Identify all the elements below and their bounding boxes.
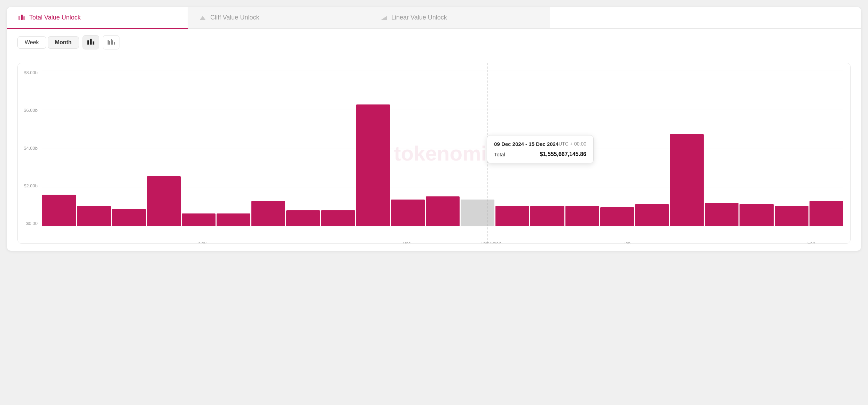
bar-1[interactable] — [42, 195, 76, 226]
y-label-8b: $8.00b — [24, 70, 38, 75]
x-label-dec: Dec — [402, 241, 410, 244]
bar-13[interactable] — [461, 200, 494, 226]
linear-value-unlock-icon — [380, 14, 388, 22]
week-button[interactable]: Week — [17, 36, 46, 49]
grouped-chart-icon — [107, 38, 115, 45]
x-label-thisweek: This week — [480, 241, 501, 244]
y-label-6b: $6.00b — [24, 108, 38, 113]
page-container: Total Value Unlock Cliff Value Unlock Li… — [7, 7, 861, 251]
bar-group — [356, 70, 390, 226]
bar-22[interactable] — [775, 206, 808, 226]
bar-21[interactable] — [740, 204, 773, 226]
svg-rect-0 — [18, 16, 20, 20]
bar-4[interactable] — [147, 176, 181, 226]
svg-rect-8 — [108, 40, 109, 45]
bar-8[interactable] — [286, 210, 320, 226]
tooltip-total-label: Total — [494, 151, 505, 157]
svg-rect-5 — [87, 40, 89, 45]
bar-2[interactable] — [77, 206, 111, 226]
bar-18[interactable] — [635, 204, 669, 226]
bar-group — [286, 70, 320, 226]
bar-11[interactable] — [391, 200, 425, 226]
tab-cliff-label: Cliff Value Unlock — [210, 14, 259, 21]
svg-rect-6 — [90, 39, 92, 45]
tooltip: 09 Dec 2024 - 15 Dec 2024 UTC + 00:00 To… — [487, 135, 594, 163]
bar-6[interactable] — [217, 213, 250, 226]
month-button[interactable]: Month — [48, 36, 79, 49]
bars-area — [42, 70, 843, 226]
tab-total-label: Total Value Unlock — [29, 14, 81, 21]
bar-group — [182, 70, 216, 226]
bar-14[interactable] — [495, 206, 529, 226]
bar-9[interactable] — [321, 210, 355, 226]
bar-group — [217, 70, 250, 226]
svg-rect-1 — [21, 15, 23, 20]
svg-rect-2 — [23, 16, 25, 20]
bar-group — [635, 70, 669, 226]
tab-total-value-unlock[interactable]: Total Value Unlock — [7, 7, 188, 29]
svg-rect-11 — [112, 40, 113, 45]
bar-chart-button[interactable] — [83, 35, 99, 49]
chart-wrapper: All Tokens tokenomist $8.00b $6.00b $4.0… — [7, 56, 861, 251]
grid-line-bottom — [42, 226, 843, 226]
bar-12[interactable] — [426, 196, 460, 226]
bar-group — [775, 70, 808, 226]
x-label-nov: Nov — [198, 241, 206, 244]
tab-bar: Total Value Unlock Cliff Value Unlock Li… — [7, 7, 861, 29]
svg-rect-9 — [109, 41, 110, 45]
bar-group — [42, 70, 76, 226]
chart-container: tokenomist $8.00b $6.00b $4.00b $2.00b $… — [17, 63, 851, 244]
total-value-unlock-icon — [17, 13, 26, 22]
controls-bar: Week Month — [7, 29, 861, 56]
y-label-4b: $4.00b — [24, 146, 38, 151]
bar-group — [251, 70, 285, 226]
tooltip-header: 09 Dec 2024 - 15 Dec 2024 UTC + 00:00 — [494, 141, 586, 147]
grouped-chart-button[interactable] — [103, 35, 119, 49]
bar-group — [391, 70, 425, 226]
bar-group — [670, 70, 704, 226]
bar-group — [705, 70, 738, 226]
bar-5[interactable] — [182, 213, 216, 226]
tab-linear-label: Linear Value Unlock — [391, 14, 447, 21]
svg-rect-12 — [114, 42, 115, 45]
bar-3[interactable] — [112, 209, 146, 226]
svg-marker-4 — [381, 16, 387, 20]
bar-7[interactable] — [251, 201, 285, 226]
x-label-feb: Feb — [807, 241, 815, 244]
bar-20[interactable] — [705, 203, 738, 226]
y-label-0: $0.00 — [26, 221, 38, 226]
tooltip-total-value: $1,555,667,145.86 — [540, 151, 586, 157]
cliff-value-unlock-icon — [198, 14, 207, 22]
svg-rect-7 — [93, 41, 94, 45]
y-label-2b: $2.00b — [24, 183, 38, 188]
y-axis: $8.00b $6.00b $4.00b $2.00b $0.00 — [18, 70, 40, 226]
bar-17[interactable] — [600, 207, 634, 226]
bar-group — [740, 70, 773, 226]
svg-marker-3 — [200, 16, 206, 20]
bar-group — [77, 70, 111, 226]
tooltip-total-row: Total $1,555,667,145.86 — [494, 151, 586, 157]
tab-cliff-value-unlock[interactable]: Cliff Value Unlock — [188, 7, 369, 28]
bar-10[interactable] — [356, 104, 390, 226]
bar-group — [112, 70, 146, 226]
svg-rect-10 — [111, 39, 112, 45]
tooltip-timezone: UTC + 00:00 — [558, 141, 586, 147]
bar-group — [147, 70, 181, 226]
bar-23[interactable] — [810, 201, 843, 226]
period-selector: Week Month — [17, 36, 79, 49]
bar-group — [321, 70, 355, 226]
bar-19[interactable] — [670, 134, 704, 226]
bar-group — [426, 70, 460, 226]
bar-group — [810, 70, 843, 226]
tab-linear-value-unlock[interactable]: Linear Value Unlock — [369, 7, 550, 28]
bar-15[interactable] — [530, 206, 564, 226]
bar-16[interactable] — [565, 206, 599, 226]
x-label-jan: Jan — [623, 241, 631, 244]
bar-chart-icon — [87, 38, 95, 45]
tooltip-date-range: 09 Dec 2024 - 15 Dec 2024 — [494, 141, 558, 147]
bar-group — [600, 70, 634, 226]
